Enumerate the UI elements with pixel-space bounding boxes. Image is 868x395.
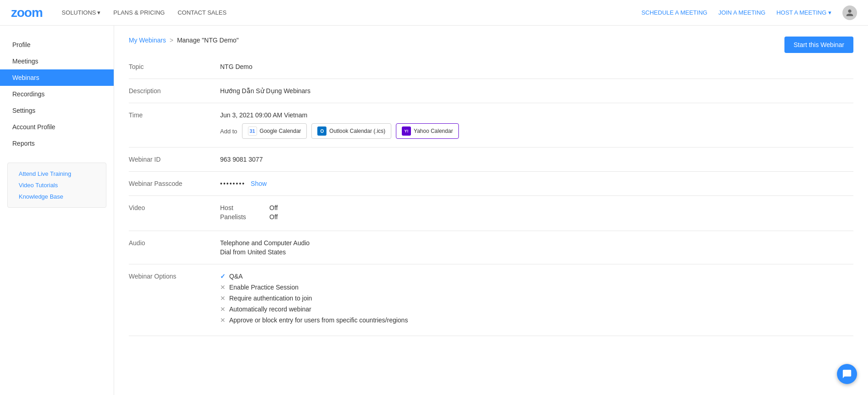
nav-links: SOLUTIONS ▾ PLANS & PRICING CONTACT SALE… <box>57 6 642 19</box>
video-tutorials-link[interactable]: Video Tutorials <box>19 182 95 189</box>
audio-type: Telephone and Computer Audio <box>220 239 853 247</box>
audio-dial: Dial from United States <box>220 248 853 256</box>
sidebar-nav-item-reports[interactable]: Reports <box>0 135 114 152</box>
option-countries: ✕ Approve or block entry for users from … <box>220 316 853 324</box>
host-value: Off <box>269 204 278 211</box>
page-wrapper: Profile Meetings Webinars Recordings Set… <box>0 26 868 395</box>
sidebar-nav-item-settings[interactable]: Settings <box>0 102 114 119</box>
sidebar-nav-item-profile[interactable]: Profile <box>0 37 114 53</box>
description-value: Hướng Dẫn Sử Dụng Webinars <box>220 79 853 103</box>
outlook-calendar-button[interactable]: O Outlook Calendar (.ics) <box>311 123 391 139</box>
webinar-id-row: Webinar ID 963 9081 3077 <box>129 147 853 172</box>
outlook-calendar-icon: O <box>317 126 326 136</box>
panelists-label: Panelists <box>220 213 266 221</box>
x-icon: ✕ <box>220 316 226 324</box>
sidebar: Profile Meetings Webinars Recordings Set… <box>0 26 114 395</box>
google-calendar-button[interactable]: 31 Google Calendar <box>242 123 307 139</box>
add-to-label: Add to <box>220 128 237 135</box>
description-row: Description Hướng Dẫn Sử Dụng Webinars <box>129 79 853 103</box>
breadcrumb-parent[interactable]: My Webinars <box>129 37 166 44</box>
time-row: Time Jun 3, 2021 09:00 AM Vietnam Add to… <box>129 103 853 147</box>
chevron-down-icon: ▾ <box>828 9 831 16</box>
join-meeting-link[interactable]: JOIN A MEETING <box>718 9 765 16</box>
webinar-id-label: Webinar ID <box>129 147 220 172</box>
webinar-detail-table: Topic NTG Demo Description Hướng Dẫn Sử … <box>129 55 853 336</box>
description-label: Description <box>129 79 220 103</box>
chevron-down-icon: ▾ <box>97 9 100 16</box>
host-meeting-button[interactable]: HOST A MEETING ▾ <box>776 9 831 16</box>
main-content: My Webinars > Manage "NTG Demo" Start th… <box>114 26 868 395</box>
start-webinar-button[interactable]: Start this Webinar <box>784 37 853 53</box>
sidebar-resources: Attend Live Training Video Tutorials Kno… <box>7 163 106 208</box>
host-video-row: Host Off <box>220 204 853 211</box>
top-navigation: zoom SOLUTIONS ▾ PLANS & PRICING CONTACT… <box>0 0 868 26</box>
x-icon: ✕ <box>220 305 226 313</box>
x-icon: ✕ <box>220 284 226 291</box>
passcode-row: Webinar Passcode •••••••• Show <box>129 172 853 196</box>
x-icon: ✕ <box>220 295 226 302</box>
yahoo-calendar-button[interactable]: Y! Yahoo Calendar <box>396 123 459 139</box>
audio-row: Audio Telephone and Computer Audio Dial … <box>129 231 853 264</box>
host-label: Host <box>220 204 266 211</box>
webinar-options-value: ✓ Q&A ✕ Enable Practice Session ✕ Requir… <box>220 264 853 336</box>
logo[interactable]: zoom <box>11 5 42 20</box>
panelists-video-row: Panelists Off <box>220 213 853 221</box>
webinar-options-label: Webinar Options <box>129 264 220 336</box>
google-calendar-icon: 31 <box>248 126 257 136</box>
breadcrumb-separator: > <box>169 37 173 44</box>
topic-value: NTG Demo <box>220 55 853 79</box>
schedule-meeting-link[interactable]: SCHEDULE A MEETING <box>642 9 707 16</box>
breadcrumb-current: Manage "NTG Demo" <box>177 37 239 44</box>
sidebar-nav-item-meetings[interactable]: Meetings <box>0 53 114 69</box>
webinar-options-row: Webinar Options ✓ Q&A ✕ Enable Practice … <box>129 264 853 336</box>
knowledge-base-link[interactable]: Knowledge Base <box>19 193 95 200</box>
nav-right: SCHEDULE A MEETING JOIN A MEETING HOST A… <box>642 5 857 20</box>
nav-plans-pricing[interactable]: PLANS & PRICING <box>109 6 169 19</box>
option-practice-session: ✕ Enable Practice Session <box>220 284 853 291</box>
user-avatar[interactable] <box>842 5 857 20</box>
option-record: ✕ Automatically record webinar <box>220 305 853 313</box>
passcode-label: Webinar Passcode <box>129 172 220 196</box>
time-label: Time <box>129 103 220 147</box>
sidebar-nav-item-account-profile[interactable]: Account Profile <box>0 119 114 135</box>
attend-live-training-link[interactable]: Attend Live Training <box>19 170 95 177</box>
chat-bubble-button[interactable] <box>837 364 857 384</box>
yahoo-calendar-icon: Y! <box>402 126 411 136</box>
show-passcode-link[interactable]: Show <box>251 180 267 187</box>
time-text: Jun 3, 2021 09:00 AM Vietnam <box>220 111 853 119</box>
panelists-value: Off <box>269 213 278 221</box>
breadcrumb: My Webinars > Manage "NTG Demo" <box>129 37 853 44</box>
option-qa: ✓ Q&A <box>220 273 853 280</box>
time-value: Jun 3, 2021 09:00 AM Vietnam Add to 31 G… <box>220 103 853 147</box>
calendar-buttons: Add to 31 Google Calendar O Outlook Cale… <box>220 123 853 139</box>
sidebar-nav-item-recordings[interactable]: Recordings <box>0 86 114 102</box>
check-icon: ✓ <box>220 273 226 280</box>
topic-row: Topic NTG Demo <box>129 55 853 79</box>
audio-value: Telephone and Computer Audio Dial from U… <box>220 231 853 264</box>
video-row: Video Host Off Panelists Off <box>129 196 853 231</box>
video-value: Host Off Panelists Off <box>220 196 853 231</box>
video-label: Video <box>129 196 220 231</box>
audio-label: Audio <box>129 231 220 264</box>
option-authentication: ✕ Require authentication to join <box>220 295 853 302</box>
nav-contact-sales[interactable]: CONTACT SALES <box>173 6 231 19</box>
nav-solutions[interactable]: SOLUTIONS ▾ <box>57 6 105 19</box>
passcode-value: •••••••• Show <box>220 172 853 196</box>
topic-label: Topic <box>129 55 220 79</box>
sidebar-nav-item-webinars[interactable]: Webinars <box>0 69 114 86</box>
webinar-id-value: 963 9081 3077 <box>220 147 853 172</box>
passcode-masked: •••••••• <box>220 180 245 187</box>
